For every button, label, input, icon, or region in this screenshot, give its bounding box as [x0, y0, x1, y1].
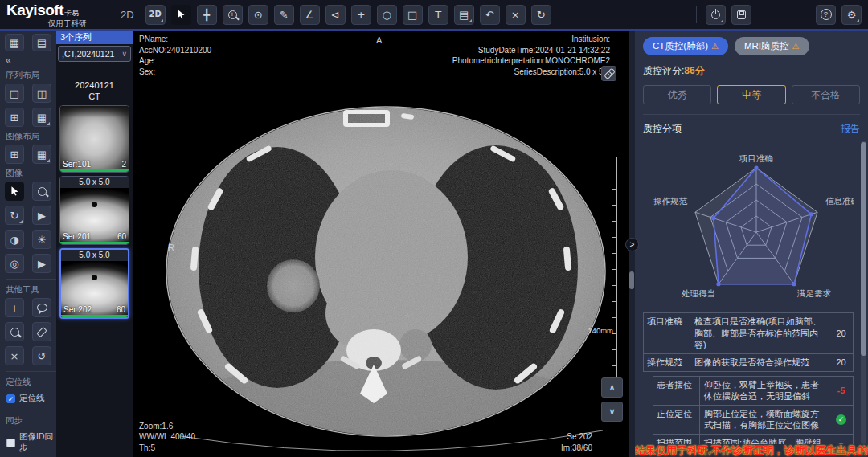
tool-section-label: 图像	[6, 168, 56, 179]
qc-table-row: 项目准确检查项目是否准确(项目如脑部、胸部、腹部是否在标准的范围内容)20	[644, 313, 853, 354]
qc-scrollbar-thumb[interactable]	[861, 142, 866, 356]
play-icon: ▶	[38, 259, 46, 269]
ellipse-icon: ○	[382, 10, 391, 20]
eraser-button[interactable]	[32, 322, 51, 341]
radar-axis-label: 满足需求	[796, 288, 832, 298]
qc-tab-label: CT质控(肺部)	[653, 40, 708, 52]
image-viewport[interactable]: PName:AccNO:2401210200Age:Sex: Institusi…	[133, 31, 629, 457]
series-layout-2x2-button[interactable]: ⊞	[5, 108, 24, 127]
mode-2d-label: 2D	[121, 9, 134, 21]
play-button[interactable]: ▶	[32, 254, 51, 273]
qc-scroll-area[interactable]: 项目准确信息准确满足需求处理得当操作规范 项目准确检查项目是否准确(项目如脑部、…	[643, 136, 860, 457]
checkbox-label: 定位线	[19, 393, 45, 404]
dot-probe-button[interactable]: ⊙	[248, 5, 268, 25]
series-thumbnail[interactable]: 5.0 x 5.0Ser:20260	[59, 248, 129, 319]
checkbox-图像ID同步[interactable]: 图像ID同步	[6, 431, 56, 454]
roi-zoom-icon	[10, 328, 19, 337]
checked-checkbox-icon[interactable]: ✓	[6, 394, 15, 403]
image-layout-2x2-button[interactable]: ⊞	[5, 145, 24, 164]
angle-button[interactable]: ∠	[300, 5, 320, 25]
report-link[interactable]: 报告	[841, 122, 860, 136]
zoom-button[interactable]	[223, 5, 243, 25]
unchecked-checkbox-icon[interactable]	[6, 439, 15, 447]
qc-row-score: -5	[829, 377, 853, 405]
collapse-sidebar-button[interactable]: «	[6, 55, 56, 66]
close-button[interactable]: ×	[5, 346, 24, 365]
brightness-button[interactable]: ☀	[32, 230, 51, 249]
ellipse-button[interactable]: ○	[377, 5, 397, 25]
export-report-button[interactable]: ▤	[32, 34, 51, 51]
undo-button[interactable]: ↶	[480, 5, 500, 25]
qc-section-title: 质控分项	[643, 122, 682, 136]
qc-section-header: 质控分项 报告	[643, 114, 860, 136]
restore-button[interactable]: ↺	[32, 346, 51, 365]
series-thumbnail[interactable]: Ser:1012	[59, 105, 129, 173]
rotate-button[interactable]: ↻	[5, 206, 24, 225]
reset-button[interactable]: ↻	[531, 5, 551, 25]
series-layout-3x3-button[interactable]: ▦	[32, 108, 51, 127]
patient-info-overlay: PName:AccNO:2401210200Age:Sex:	[139, 34, 211, 77]
qc-row-desc: 检查项目是否准确(项目如脑部、胸部、腹部是否在标准的范围内容)	[690, 313, 829, 353]
overlay-line: WW/WL:400/40	[139, 431, 195, 443]
expand-panel-button[interactable]: >	[625, 238, 639, 251]
add-button[interactable]: +	[5, 298, 24, 317]
save-button[interactable]	[731, 5, 751, 25]
rectangle-button[interactable]: □	[403, 5, 423, 25]
orientation-marker-anterior: A	[376, 35, 382, 45]
cobb-angle-button[interactable]: ⊲	[326, 5, 346, 25]
text-annotation-button[interactable]: T	[428, 5, 448, 25]
comment-button[interactable]	[32, 298, 51, 317]
target-button[interactable]: ◎	[5, 254, 24, 273]
overlay-line: AccNO:2401210200	[139, 45, 211, 56]
link-series-button[interactable]	[601, 66, 616, 81]
cine-panel-icon: ▤	[459, 10, 469, 20]
qc-scrollbar[interactable]	[861, 141, 866, 444]
settings-button[interactable]: ⚙	[841, 5, 862, 25]
main-area: ▦▤ « 序列布局□◫⊞▦图像布局⊞▦图像↻▶◑☀◎▶其他工具+×↺ 定位线✓定…	[0, 31, 868, 457]
zoom-icon	[228, 10, 237, 19]
flag-button[interactable]: ▶	[32, 206, 51, 225]
series-thumbnail[interactable]: 5.0 x 5.0Ser:20160	[59, 176, 129, 245]
pointer-button[interactable]	[5, 182, 24, 201]
roi-zoom-button[interactable]	[5, 322, 24, 341]
flag-icon: ▶	[38, 210, 46, 221]
tool-grid: ↻▶◑☀◎▶	[0, 182, 56, 273]
magnifier-icon	[38, 187, 47, 196]
overlay-line: StudyDateTime:2024-01-21 14:32:22	[452, 45, 610, 56]
toolbar-separator	[696, 6, 697, 23]
series-layout-1x1-button[interactable]: □	[5, 84, 24, 103]
crosshair-button[interactable]: +	[351, 5, 371, 25]
tool-section-label: 序列布局	[6, 70, 56, 81]
grade-button-中等[interactable]: 中等	[717, 85, 785, 104]
image-layout-3x3-button[interactable]: ▦	[32, 145, 51, 164]
next-image-button[interactable]: ∨	[601, 402, 623, 422]
pointer-button[interactable]	[171, 5, 191, 25]
divider-drag-handle[interactable]	[629, 271, 634, 289]
qc-row-name: 正位定位	[653, 406, 700, 434]
scale-ruler	[612, 157, 617, 384]
series-layout-1x2-button[interactable]: ◫	[32, 84, 51, 103]
qc-tab-MRI脑质控[interactable]: MRI脑质控⚠	[735, 37, 809, 55]
grade-button-不合格[interactable]: 不合格	[792, 85, 860, 104]
layout-2d-button[interactable]: 2D	[145, 5, 166, 25]
series-layout-1x1-icon: □	[10, 88, 19, 99]
pencil-button[interactable]: ✎	[274, 5, 294, 25]
checkbox-定位线[interactable]: ✓定位线	[6, 393, 56, 404]
power-button[interactable]	[706, 5, 726, 25]
angle-icon: ∠	[305, 10, 314, 20]
delete-button[interactable]: ×	[506, 5, 526, 25]
invert-button[interactable]: ◑	[5, 230, 24, 249]
series-dropdown[interactable]: ,CT,20240121 ∨	[58, 46, 131, 62]
pointer-icon	[10, 186, 20, 197]
magnifier-button[interactable]	[32, 182, 51, 201]
help-button[interactable]: ?	[816, 5, 836, 25]
brightness-icon: ☀	[37, 235, 47, 245]
qc-tab-CT质控(肺部)[interactable]: CT质控(肺部)⚠	[643, 37, 728, 55]
pan-button[interactable]: ╋	[197, 5, 217, 25]
grade-button-优秀[interactable]: 优秀	[643, 85, 711, 104]
study-info-overlay: Institusion:StudyDateTime:2024-01-21 14:…	[452, 34, 610, 77]
series-grid-button[interactable]: ▦	[5, 34, 24, 51]
previous-image-button[interactable]: ∧	[601, 377, 623, 398]
qc-radar-chart: 项目准确信息准确满足需求处理得当操作规范	[643, 137, 854, 309]
cine-panel-button[interactable]: ▤	[454, 5, 474, 25]
